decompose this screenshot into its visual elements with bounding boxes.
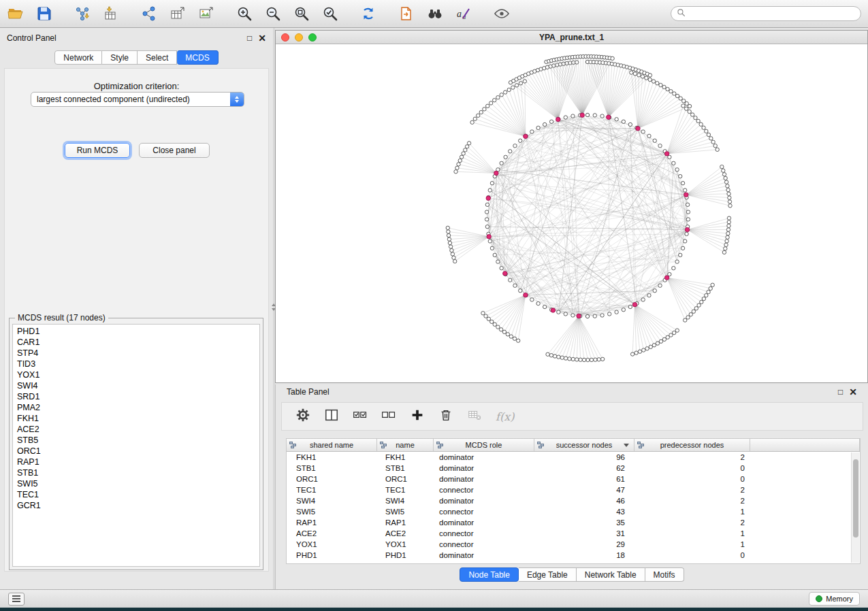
list-item[interactable]: CAR1 [13, 337, 259, 348]
table-row[interactable]: TEC1TEC1connector472 [287, 484, 860, 495]
table-cell: 43 [534, 508, 634, 516]
list-item[interactable]: PHD1 [13, 326, 259, 337]
close-table-panel-icon[interactable]: ✕ [849, 388, 857, 396]
table-cell: 29 [534, 540, 634, 548]
zoom-selected-icon[interactable] [321, 5, 339, 22]
zoom-out-icon[interactable] [264, 5, 282, 22]
column-header-shared-name[interactable]: shared name [287, 439, 377, 451]
save-icon[interactable] [35, 5, 53, 22]
table-row[interactable]: RAP1RAP1dominator352 [287, 517, 860, 528]
zoom-in-icon[interactable] [236, 5, 253, 22]
list-item[interactable]: STB5 [13, 435, 259, 446]
delete-rows-icon[interactable] [438, 408, 453, 425]
search-input[interactable] [689, 9, 855, 18]
column-header-predecessor-nodes[interactable]: predecessor nodes [634, 439, 750, 451]
float-panel-icon[interactable]: □ [247, 34, 252, 42]
column-header-name[interactable]: name [377, 439, 434, 451]
table-cell: dominator [434, 475, 534, 483]
tab-network[interactable]: Network [54, 50, 102, 65]
dropdown-stepper-icon [230, 93, 244, 106]
float-table-panel-icon[interactable]: □ [838, 388, 843, 396]
export-table-icon[interactable] [169, 5, 187, 22]
list-item[interactable]: TID3 [13, 359, 259, 369]
task-history-button[interactable] [8, 593, 25, 606]
clear-table-icon[interactable] [467, 408, 482, 425]
column-header-successor-nodes[interactable]: successor nodes [534, 439, 634, 451]
tab-node-table[interactable]: Node Table [460, 567, 519, 582]
list-item[interactable]: SRD1 [13, 391, 259, 402]
table-cell: SWI4 [377, 497, 434, 505]
network-window-titlebar[interactable]: YPA_prune.txt_1 [276, 31, 867, 44]
network-graph[interactable] [276, 44, 867, 382]
mcds-result-list[interactable]: PHD1CAR1STP4TID3YOX1SWI4SRD1PMA2FKH1ACE2… [12, 324, 260, 567]
table-cell: 62 [534, 464, 634, 472]
annotation-icon[interactable]: aa [455, 5, 472, 22]
list-item[interactable]: YOX1 [13, 369, 259, 380]
list-item[interactable]: STP4 [13, 348, 259, 359]
show-graphics-details-icon[interactable] [493, 5, 511, 22]
column-layout-icon[interactable] [324, 408, 339, 425]
tab-style[interactable]: Style [102, 50, 138, 65]
zoom-fit-icon[interactable] [293, 5, 310, 22]
scrollbar-thumb[interactable] [853, 459, 858, 538]
control-panel-header: Control Panel □ ✕ [0, 28, 273, 48]
import-network-icon[interactable] [74, 5, 91, 22]
search-box[interactable] [671, 6, 861, 21]
open-file-icon[interactable] [7, 5, 25, 22]
table-cell: TEC1 [287, 486, 377, 494]
list-item[interactable]: STB1 [13, 467, 259, 478]
list-item[interactable]: PMA2 [13, 402, 259, 413]
run-mcds-button[interactable]: Run MCDS [65, 143, 130, 158]
table-cell: PHD1 [287, 551, 377, 559]
table-row[interactable]: PHD1PHD1dominator180 [287, 550, 860, 561]
refresh-icon[interactable] [359, 5, 377, 22]
table-scrollbar[interactable] [851, 452, 859, 563]
list-item[interactable]: ACE2 [13, 424, 259, 435]
close-panel-button[interactable]: Close panel [139, 143, 210, 158]
table-row[interactable]: FKH1FKH1dominator962 [287, 452, 860, 463]
table-cell: connector [434, 508, 534, 516]
application-window: aa Control Panel □ ✕ Network Style S [0, 0, 868, 608]
list-item[interactable]: GCR1 [13, 500, 259, 511]
settings-gear-icon[interactable] [295, 408, 310, 425]
table-row[interactable]: ORC1ORC1dominator610 [287, 474, 860, 484]
tab-mcds[interactable]: MCDS [177, 50, 218, 65]
export-image-icon[interactable] [197, 5, 215, 22]
deselect-all-icon[interactable] [381, 408, 396, 425]
list-item[interactable]: FKH1 [13, 413, 259, 424]
table-row[interactable]: STB1STB1dominator620 [287, 463, 860, 474]
add-row-icon[interactable] [410, 408, 425, 425]
import-table-icon[interactable] [102, 5, 120, 22]
search-icon [677, 7, 686, 20]
function-builder-icon[interactable]: f(x) [496, 410, 514, 423]
memory-button[interactable]: Memory [809, 592, 860, 606]
copy-document-icon[interactable] [398, 5, 415, 22]
list-item[interactable]: SWI4 [13, 380, 259, 391]
tab-motifs[interactable]: Motifs [645, 567, 684, 582]
search-network-icon[interactable] [426, 5, 444, 22]
tab-select[interactable]: Select [138, 50, 177, 65]
tab-network-table[interactable]: Network Table [577, 567, 645, 582]
close-panel-icon[interactable]: ✕ [258, 34, 266, 42]
list-item[interactable]: SWI5 [13, 478, 259, 489]
column-type-icon [637, 442, 644, 450]
tab-edge-table[interactable]: Edge Table [519, 567, 577, 582]
control-panel: Control Panel □ ✕ Network Style Select M… [0, 28, 273, 589]
table-row[interactable]: YOX1YOX1connector291 [287, 539, 860, 550]
column-header-empty [750, 439, 860, 451]
list-item[interactable]: ORC1 [13, 446, 259, 457]
table-cell: 1 [634, 529, 750, 538]
table-cell: 47 [534, 486, 634, 494]
table-row[interactable]: ACE2ACE2connector311 [287, 528, 860, 539]
export-network-icon[interactable] [140, 5, 158, 22]
column-type-icon [289, 442, 296, 450]
criterion-dropdown[interactable]: largest connected component (undirected) [31, 92, 244, 107]
select-all-icon[interactable] [353, 408, 368, 425]
list-item[interactable]: TEC1 [13, 489, 259, 500]
table-row[interactable]: SWI5SWI5connector431 [287, 506, 860, 517]
network-canvas[interactable] [276, 44, 867, 382]
list-item[interactable]: RAP1 [13, 457, 259, 467]
column-type-icon [436, 442, 443, 450]
column-header-mcds-role[interactable]: MCDS role [434, 439, 534, 451]
table-row[interactable]: SWI4SWI4dominator462 [287, 495, 860, 506]
